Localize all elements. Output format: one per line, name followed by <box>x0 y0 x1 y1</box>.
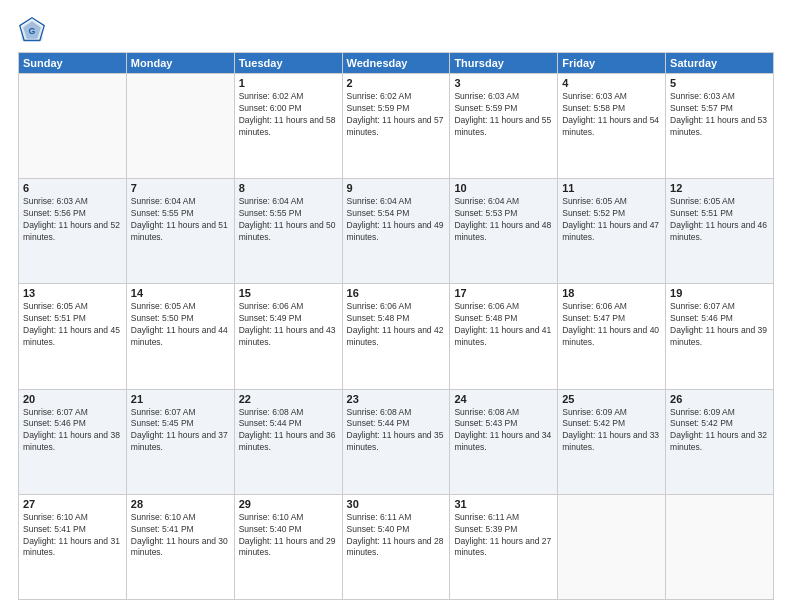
cell-content: Sunrise: 6:10 AM Sunset: 5:41 PM Dayligh… <box>23 512 122 560</box>
weekday-saturday: Saturday <box>666 53 774 74</box>
header: G <box>18 16 774 44</box>
calendar-cell: 3Sunrise: 6:03 AM Sunset: 5:59 PM Daylig… <box>450 74 558 179</box>
calendar-cell: 19Sunrise: 6:07 AM Sunset: 5:46 PM Dayli… <box>666 284 774 389</box>
calendar-cell: 21Sunrise: 6:07 AM Sunset: 5:45 PM Dayli… <box>126 389 234 494</box>
cell-content: Sunrise: 6:03 AM Sunset: 5:56 PM Dayligh… <box>23 196 122 244</box>
day-number: 1 <box>239 77 338 89</box>
calendar-cell: 23Sunrise: 6:08 AM Sunset: 5:44 PM Dayli… <box>342 389 450 494</box>
calendar-cell: 20Sunrise: 6:07 AM Sunset: 5:46 PM Dayli… <box>19 389 127 494</box>
cell-content: Sunrise: 6:09 AM Sunset: 5:42 PM Dayligh… <box>562 407 661 455</box>
week-row-4: 20Sunrise: 6:07 AM Sunset: 5:46 PM Dayli… <box>19 389 774 494</box>
day-number: 25 <box>562 393 661 405</box>
cell-content: Sunrise: 6:08 AM Sunset: 5:44 PM Dayligh… <box>239 407 338 455</box>
calendar-cell: 10Sunrise: 6:04 AM Sunset: 5:53 PM Dayli… <box>450 179 558 284</box>
day-number: 31 <box>454 498 553 510</box>
cell-content: Sunrise: 6:04 AM Sunset: 5:55 PM Dayligh… <box>131 196 230 244</box>
cell-content: Sunrise: 6:02 AM Sunset: 6:00 PM Dayligh… <box>239 91 338 139</box>
cell-content: Sunrise: 6:03 AM Sunset: 5:57 PM Dayligh… <box>670 91 769 139</box>
day-number: 22 <box>239 393 338 405</box>
day-number: 14 <box>131 287 230 299</box>
calendar-cell: 8Sunrise: 6:04 AM Sunset: 5:55 PM Daylig… <box>234 179 342 284</box>
weekday-header-row: SundayMondayTuesdayWednesdayThursdayFrid… <box>19 53 774 74</box>
calendar-cell: 30Sunrise: 6:11 AM Sunset: 5:40 PM Dayli… <box>342 494 450 599</box>
day-number: 19 <box>670 287 769 299</box>
calendar-cell: 9Sunrise: 6:04 AM Sunset: 5:54 PM Daylig… <box>342 179 450 284</box>
cell-content: Sunrise: 6:06 AM Sunset: 5:49 PM Dayligh… <box>239 301 338 349</box>
day-number: 20 <box>23 393 122 405</box>
day-number: 11 <box>562 182 661 194</box>
cell-content: Sunrise: 6:05 AM Sunset: 5:50 PM Dayligh… <box>131 301 230 349</box>
cell-content: Sunrise: 6:03 AM Sunset: 5:58 PM Dayligh… <box>562 91 661 139</box>
calendar-cell: 18Sunrise: 6:06 AM Sunset: 5:47 PM Dayli… <box>558 284 666 389</box>
svg-text:G: G <box>29 26 36 36</box>
calendar-cell: 29Sunrise: 6:10 AM Sunset: 5:40 PM Dayli… <box>234 494 342 599</box>
day-number: 24 <box>454 393 553 405</box>
cell-content: Sunrise: 6:10 AM Sunset: 5:40 PM Dayligh… <box>239 512 338 560</box>
calendar-table: SundayMondayTuesdayWednesdayThursdayFrid… <box>18 52 774 600</box>
cell-content: Sunrise: 6:06 AM Sunset: 5:47 PM Dayligh… <box>562 301 661 349</box>
cell-content: Sunrise: 6:04 AM Sunset: 5:55 PM Dayligh… <box>239 196 338 244</box>
calendar-cell: 17Sunrise: 6:06 AM Sunset: 5:48 PM Dayli… <box>450 284 558 389</box>
calendar-cell: 14Sunrise: 6:05 AM Sunset: 5:50 PM Dayli… <box>126 284 234 389</box>
day-number: 27 <box>23 498 122 510</box>
calendar-cell <box>558 494 666 599</box>
calendar-cell: 22Sunrise: 6:08 AM Sunset: 5:44 PM Dayli… <box>234 389 342 494</box>
calendar-cell: 13Sunrise: 6:05 AM Sunset: 5:51 PM Dayli… <box>19 284 127 389</box>
day-number: 28 <box>131 498 230 510</box>
day-number: 2 <box>347 77 446 89</box>
week-row-3: 13Sunrise: 6:05 AM Sunset: 5:51 PM Dayli… <box>19 284 774 389</box>
weekday-tuesday: Tuesday <box>234 53 342 74</box>
calendar-cell: 4Sunrise: 6:03 AM Sunset: 5:58 PM Daylig… <box>558 74 666 179</box>
calendar-cell: 16Sunrise: 6:06 AM Sunset: 5:48 PM Dayli… <box>342 284 450 389</box>
calendar-cell: 25Sunrise: 6:09 AM Sunset: 5:42 PM Dayli… <box>558 389 666 494</box>
weekday-thursday: Thursday <box>450 53 558 74</box>
cell-content: Sunrise: 6:10 AM Sunset: 5:41 PM Dayligh… <box>131 512 230 560</box>
day-number: 26 <box>670 393 769 405</box>
cell-content: Sunrise: 6:08 AM Sunset: 5:44 PM Dayligh… <box>347 407 446 455</box>
cell-content: Sunrise: 6:02 AM Sunset: 5:59 PM Dayligh… <box>347 91 446 139</box>
calendar-cell: 26Sunrise: 6:09 AM Sunset: 5:42 PM Dayli… <box>666 389 774 494</box>
day-number: 29 <box>239 498 338 510</box>
day-number: 30 <box>347 498 446 510</box>
calendar-cell: 11Sunrise: 6:05 AM Sunset: 5:52 PM Dayli… <box>558 179 666 284</box>
day-number: 17 <box>454 287 553 299</box>
day-number: 16 <box>347 287 446 299</box>
cell-content: Sunrise: 6:08 AM Sunset: 5:43 PM Dayligh… <box>454 407 553 455</box>
day-number: 7 <box>131 182 230 194</box>
cell-content: Sunrise: 6:07 AM Sunset: 5:46 PM Dayligh… <box>670 301 769 349</box>
day-number: 3 <box>454 77 553 89</box>
day-number: 8 <box>239 182 338 194</box>
weekday-wednesday: Wednesday <box>342 53 450 74</box>
week-row-1: 1Sunrise: 6:02 AM Sunset: 6:00 PM Daylig… <box>19 74 774 179</box>
week-row-2: 6Sunrise: 6:03 AM Sunset: 5:56 PM Daylig… <box>19 179 774 284</box>
calendar-cell: 12Sunrise: 6:05 AM Sunset: 5:51 PM Dayli… <box>666 179 774 284</box>
day-number: 5 <box>670 77 769 89</box>
weekday-sunday: Sunday <box>19 53 127 74</box>
calendar-cell <box>666 494 774 599</box>
cell-content: Sunrise: 6:06 AM Sunset: 5:48 PM Dayligh… <box>454 301 553 349</box>
calendar-cell: 1Sunrise: 6:02 AM Sunset: 6:00 PM Daylig… <box>234 74 342 179</box>
cell-content: Sunrise: 6:09 AM Sunset: 5:42 PM Dayligh… <box>670 407 769 455</box>
week-row-5: 27Sunrise: 6:10 AM Sunset: 5:41 PM Dayli… <box>19 494 774 599</box>
logo: G <box>18 16 50 44</box>
cell-content: Sunrise: 6:04 AM Sunset: 5:53 PM Dayligh… <box>454 196 553 244</box>
calendar-cell: 15Sunrise: 6:06 AM Sunset: 5:49 PM Dayli… <box>234 284 342 389</box>
cell-content: Sunrise: 6:04 AM Sunset: 5:54 PM Dayligh… <box>347 196 446 244</box>
day-number: 13 <box>23 287 122 299</box>
cell-content: Sunrise: 6:07 AM Sunset: 5:46 PM Dayligh… <box>23 407 122 455</box>
calendar-cell <box>19 74 127 179</box>
cell-content: Sunrise: 6:07 AM Sunset: 5:45 PM Dayligh… <box>131 407 230 455</box>
day-number: 21 <box>131 393 230 405</box>
day-number: 6 <box>23 182 122 194</box>
cell-content: Sunrise: 6:05 AM Sunset: 5:51 PM Dayligh… <box>23 301 122 349</box>
day-number: 15 <box>239 287 338 299</box>
calendar-cell: 27Sunrise: 6:10 AM Sunset: 5:41 PM Dayli… <box>19 494 127 599</box>
calendar-cell: 5Sunrise: 6:03 AM Sunset: 5:57 PM Daylig… <box>666 74 774 179</box>
page: G SundayMondayTuesdayWednesdayThursdayFr… <box>0 0 792 612</box>
weekday-monday: Monday <box>126 53 234 74</box>
day-number: 10 <box>454 182 553 194</box>
calendar-cell: 7Sunrise: 6:04 AM Sunset: 5:55 PM Daylig… <box>126 179 234 284</box>
cell-content: Sunrise: 6:03 AM Sunset: 5:59 PM Dayligh… <box>454 91 553 139</box>
day-number: 4 <box>562 77 661 89</box>
cell-content: Sunrise: 6:11 AM Sunset: 5:39 PM Dayligh… <box>454 512 553 560</box>
